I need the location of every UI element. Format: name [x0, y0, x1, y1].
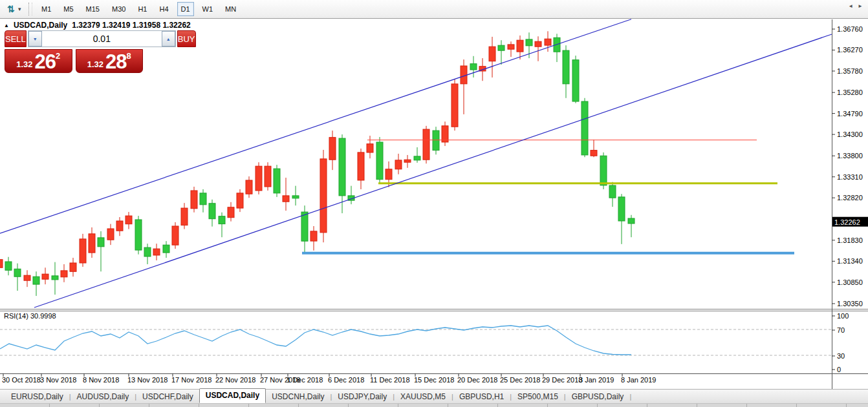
candle-body: [228, 207, 234, 218]
date-axis-label: 8 Nov 2018: [83, 376, 119, 384]
timeframes-icon[interactable]: ⇅: [4, 4, 18, 14]
candle-body: [255, 166, 262, 191]
date-axis-label: 11 Dec 2018: [370, 376, 410, 384]
candle-body: [292, 196, 299, 198]
tab-scroll-left-icon[interactable]: ◄: [848, 3, 853, 9]
rsi-indicator-label: RSI(14) 30.9998: [4, 312, 56, 320]
collapse-triangle-icon[interactable]: ▲: [4, 23, 9, 28]
candle-body: [33, 277, 39, 284]
candle-body: [52, 276, 58, 280]
date-axis-label: 8 Jan 2019: [621, 376, 656, 384]
candle-body: [433, 130, 439, 151]
timeframe-button-d1[interactable]: D1: [177, 2, 194, 16]
date-axis-label: 6 Dec 2018: [328, 376, 364, 384]
candle-body: [572, 60, 579, 101]
candle-body: [395, 160, 402, 169]
candle-body: [125, 216, 132, 224]
price-axis-label: 1.31830: [837, 236, 863, 244]
buy-price-panel[interactable]: 1.32 28 8: [76, 49, 144, 73]
pane-splitter[interactable]: [0, 309, 868, 311]
candle-body: [329, 138, 336, 160]
candle-body: [609, 185, 616, 198]
candle-body: [274, 169, 280, 193]
timeframe-button-m15[interactable]: M15: [82, 2, 103, 16]
timeframe-button-h4[interactable]: H4: [155, 2, 172, 16]
candle-body: [489, 47, 495, 61]
tab-scroll-right-icon[interactable]: ►: [858, 3, 863, 9]
timeframe-button-m1[interactable]: M1: [38, 2, 55, 16]
date-axis-label: 3 Jan 2019: [579, 376, 614, 384]
candle-body: [200, 193, 206, 205]
volume-input[interactable]: [42, 31, 162, 47]
tab-usdjpy-daily[interactable]: USDJPY,Daily: [332, 390, 393, 403]
candle-body: [517, 40, 523, 52]
candle-body: [283, 196, 289, 202]
timeframe-button-w1[interactable]: W1: [199, 2, 217, 16]
candle-body: [181, 208, 188, 225]
timeframe-button-m30[interactable]: M30: [108, 2, 129, 16]
candle-body: [600, 156, 607, 185]
toolbar-grip: [28, 3, 32, 16]
candle-body: [423, 129, 429, 160]
candle-body: [219, 216, 225, 224]
candle-body: [320, 159, 327, 233]
tab-usdcad-daily[interactable]: USDCAD,Daily: [199, 388, 266, 403]
current-price-text: 1.32262: [834, 218, 860, 226]
price-axis[interactable]: 1.367601.362701.357801.352801.347901.343…: [832, 25, 863, 308]
volume-stepper: ▼ ▲: [28, 30, 176, 47]
sell-price-panel[interactable]: 1.32 26 2: [5, 49, 72, 73]
candle-body: [237, 193, 243, 208]
price-axis-label: 1.36270: [837, 46, 863, 54]
timeframe-button-mn[interactable]: MN: [221, 2, 240, 16]
candle-body: [89, 234, 95, 253]
candle-body: [24, 275, 30, 280]
date-axis-label: 22 Nov 2018: [215, 376, 255, 384]
buy-button[interactable]: BUY: [177, 30, 196, 47]
candle-body: [144, 247, 151, 256]
date-axis-label: 13 Nov 2018: [127, 376, 168, 384]
candle-body: [358, 152, 364, 180]
chevron-down-icon[interactable]: ▾: [18, 6, 26, 12]
candle-body: [265, 166, 271, 187]
candle-body: [246, 180, 252, 194]
candle-body: [535, 41, 541, 47]
candle-body: [470, 64, 477, 70]
volume-decrease-icon[interactable]: ▼: [28, 31, 42, 47]
tab-sp500-m15[interactable]: SP500,M15: [512, 390, 564, 403]
timeframe-button-h1[interactable]: H1: [134, 2, 151, 16]
sell-button[interactable]: SELL: [5, 30, 27, 47]
tab-gbpusd-daily[interactable]: GBPUSD,Daily: [566, 390, 630, 403]
tab-eurusd-daily[interactable]: EURUSD,Daily: [5, 390, 69, 403]
candle-body: [367, 144, 373, 152]
tab-usdchf-daily[interactable]: USDCHF,Daily: [136, 390, 199, 403]
candle-body: [301, 212, 308, 241]
price-axis-label: 1.35280: [837, 89, 863, 96]
candle-body: [191, 191, 197, 209]
price-axis-label: 1.33800: [837, 152, 863, 160]
candle-body: [526, 39, 532, 46]
rsi-axis[interactable]: 10070300: [832, 312, 849, 373]
candle-body: [628, 218, 635, 224]
timeframe-button-m5[interactable]: M5: [60, 2, 77, 16]
candle-body: [591, 151, 597, 156]
price-axis-label: 1.31340: [837, 257, 863, 265]
tab-audusd-daily[interactable]: AUDUSD,Daily: [71, 390, 135, 403]
date-axis-label: 3 Nov 2018: [40, 376, 76, 384]
volume-increase-icon[interactable]: ▲: [162, 31, 175, 47]
date-axis-label: 1 Dec 2018: [287, 376, 323, 384]
date-axis-label: 20 Dec 2018: [457, 376, 497, 384]
candle-body: [209, 204, 215, 219]
buy-price-prefix: 1.32: [87, 57, 103, 72]
tab-gbpusd-h1[interactable]: GBPUSD,H1: [453, 390, 510, 403]
candle-body: [98, 238, 104, 247]
tab-xauusd-m5[interactable]: XAUUSD,M5: [395, 390, 451, 403]
price-axis-label: 1.35780: [837, 67, 863, 75]
price-axis-label: 1.34790: [837, 110, 863, 118]
candle-body: [107, 229, 114, 240]
date-axis[interactable]: 30 Oct 20183 Nov 20188 Nov 201813 Nov 20…: [2, 373, 656, 384]
date-axis-label: 30 Oct 2018: [2, 376, 41, 384]
candle-body: [42, 274, 49, 279]
candle-body: [116, 221, 123, 231]
tab-usdcnh-daily[interactable]: USDCNH,Daily: [266, 390, 330, 403]
price-axis-label: 1.36760: [837, 25, 863, 33]
